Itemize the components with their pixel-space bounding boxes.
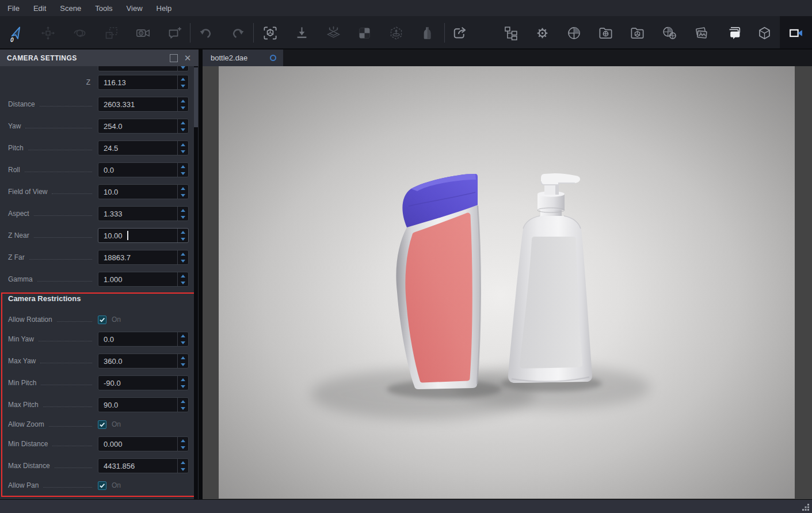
spin-up-button[interactable]: [178, 332, 188, 339]
spin-down-button[interactable]: [178, 405, 188, 412]
share-export-button[interactable]: [447, 21, 471, 45]
gamma-input[interactable]: [98, 272, 189, 287]
viewport-3d[interactable]: [203, 66, 812, 499]
field-row-min-yaw: Min Yaw: [0, 332, 199, 347]
settings-button[interactable]: [530, 21, 554, 45]
menu-tools[interactable]: Tools: [95, 4, 112, 13]
allow-pan-checkbox[interactable]: [98, 481, 106, 490]
spin-up-button[interactable]: [178, 119, 188, 126]
select-tool-button[interactable]: [4, 21, 28, 45]
spin-up-button[interactable]: [178, 272, 188, 279]
min-yaw-input[interactable]: [98, 332, 189, 347]
inspector-cube-button[interactable]: [752, 21, 776, 45]
text-caret: [127, 231, 128, 240]
max-yaw-input[interactable]: [98, 354, 189, 368]
pitch-input[interactable]: [98, 140, 189, 155]
panel-scrollbar[interactable]: [194, 66, 198, 499]
dotted-leader: [25, 168, 92, 172]
spin-down-button[interactable]: [178, 82, 188, 89]
spin-up-button[interactable]: [178, 354, 188, 361]
add-annotation-button[interactable]: [162, 21, 186, 45]
spin-up-button[interactable]: [178, 459, 188, 466]
frame-object-icon: [262, 25, 278, 41]
toggle-background-button[interactable]: [352, 21, 376, 45]
spin-up-button[interactable]: [178, 437, 188, 444]
undo-button[interactable]: [193, 21, 218, 45]
fov-input[interactable]: [98, 184, 189, 199]
allow-zoom-checkbox[interactable]: [98, 420, 106, 429]
studio-background: [219, 66, 795, 499]
render-camera-button[interactable]: [131, 21, 155, 45]
yaw-input[interactable]: [98, 119, 189, 134]
spin-down-button[interactable]: [178, 444, 188, 451]
spin-up-button[interactable]: [178, 141, 188, 148]
spin-down-button[interactable]: [178, 339, 188, 346]
field-label: Aspect: [8, 210, 29, 218]
spin-up-button[interactable]: [178, 376, 188, 383]
spin-up-button[interactable]: [178, 398, 188, 405]
min-distance-input[interactable]: [98, 436, 189, 451]
max-distance-input[interactable]: [98, 458, 189, 473]
spin-down-button[interactable]: [178, 466, 188, 473]
spin-up-button[interactable]: [178, 207, 188, 214]
spin-down-button[interactable]: [178, 104, 188, 111]
field-row-allow-pan: Allow Pan On: [0, 478, 199, 493]
menu-view[interactable]: View: [127, 4, 143, 13]
spin-up-button[interactable]: [178, 97, 188, 104]
spin-up-button[interactable]: [178, 75, 188, 82]
roll-input[interactable]: [98, 162, 189, 177]
spin-down-button[interactable]: [178, 214, 188, 221]
show-model-button[interactable]: [415, 21, 439, 45]
spin-down-button[interactable]: [178, 148, 188, 155]
close-panel-icon[interactable]: ✕: [184, 54, 192, 62]
znear-input[interactable]: [98, 228, 189, 243]
spin-up-button[interactable]: [178, 229, 188, 235]
detach-panel-icon[interactable]: [170, 54, 178, 62]
menu-help[interactable]: Help: [157, 4, 172, 13]
spin-down-button[interactable]: [178, 257, 188, 264]
material-library-button[interactable]: [593, 21, 617, 45]
spin-up-button[interactable]: [178, 163, 188, 170]
spin-up-button[interactable]: [178, 250, 188, 257]
allow-rotation-checkbox[interactable]: [98, 316, 106, 324]
annotations-button[interactable]: [722, 21, 746, 45]
drop-to-floor-button[interactable]: [289, 21, 314, 45]
model-library-button[interactable]: [625, 21, 649, 45]
tab-bottle2[interactable]: bottle2.dae: [203, 50, 283, 66]
redo-button[interactable]: [226, 21, 250, 45]
spin-down-button[interactable]: [178, 235, 188, 242]
spin-up-button[interactable]: [178, 185, 188, 192]
spin-down-button[interactable]: [178, 126, 188, 133]
dotted-leader: [52, 190, 92, 194]
turntable-button[interactable]: [384, 21, 408, 45]
scene-hierarchy-button[interactable]: [498, 21, 523, 45]
z-input[interactable]: [98, 75, 189, 90]
frame-object-button[interactable]: [258, 21, 282, 45]
duplicate-tool-button[interactable]: [99, 21, 123, 45]
min-pitch-input[interactable]: [98, 375, 189, 390]
menu-edit[interactable]: Edit: [33, 4, 46, 13]
spin-down-button[interactable]: [178, 170, 188, 177]
panel-scrollbar-thumb[interactable]: [194, 67, 198, 127]
spin-down-button[interactable]: [178, 192, 188, 199]
spin-down-button[interactable]: [178, 279, 188, 286]
image-textures-button[interactable]: [689, 21, 713, 45]
rotate-tool-button[interactable]: [67, 21, 92, 45]
spin-down-button[interactable]: [178, 383, 188, 390]
environment-button[interactable]: [657, 21, 681, 45]
spin-down-button[interactable]: [178, 66, 188, 71]
distance-input[interactable]: [98, 97, 189, 112]
resize-grip-icon[interactable]: [802, 503, 810, 511]
materials-button[interactable]: [562, 21, 586, 45]
menu-scene[interactable]: Scene: [60, 4, 81, 13]
dotted-leader: [34, 234, 92, 238]
move-tool-button[interactable]: [36, 21, 60, 45]
aspect-input[interactable]: [98, 206, 189, 221]
show-grid-button[interactable]: [321, 21, 345, 45]
max-pitch-input[interactable]: [98, 397, 189, 412]
partial-input[interactable]: [98, 66, 189, 71]
camera-view-button[interactable]: [784, 21, 808, 45]
zfar-input[interactable]: [98, 250, 189, 265]
spin-down-button[interactable]: [178, 361, 188, 368]
menu-file[interactable]: File: [7, 4, 20, 13]
